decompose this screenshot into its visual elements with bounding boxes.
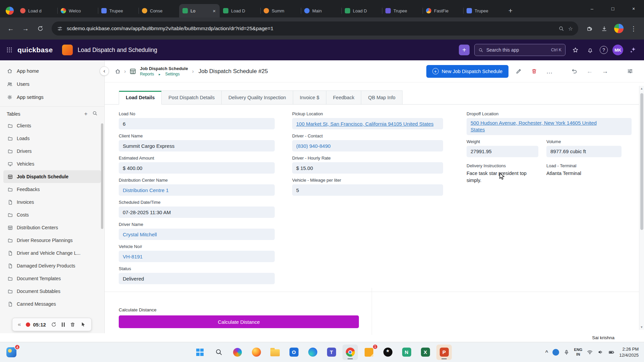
browser-tab[interactable]: FastFie [423, 4, 463, 17]
copilot-button[interactable] [230, 345, 245, 360]
chrome-button[interactable] [342, 345, 358, 360]
minimize-button[interactable]: – [582, 0, 602, 17]
page-scrollbar[interactable]: ▲ ▼ [639, 86, 644, 330]
taskbar-clock[interactable]: 2:26 PM12/4/2025 [619, 346, 639, 358]
chatgpt-button[interactable]: * [380, 345, 395, 360]
add-table-icon[interactable]: + [84, 111, 88, 117]
cursor-capture-icon[interactable] [80, 322, 86, 327]
browser-tab[interactable]: Load d [17, 4, 57, 17]
browser-menu-icon[interactable]: ⋮ [627, 22, 640, 35]
profile-pinned-tab[interactable] [3, 4, 17, 17]
address-bar[interactable]: scdemo.quickbase.com/nav/app/bu8bmmy2v/t… [52, 21, 578, 36]
start-button[interactable] [192, 345, 208, 360]
tab-invoice[interactable]: Invoice $ [293, 90, 326, 104]
browser-tab[interactable]: Trupee [463, 4, 504, 17]
more-actions-icon[interactable]: … [544, 66, 555, 77]
user-avatar[interactable]: MK [612, 45, 623, 55]
tab-delivery-quality-inspection[interactable]: Delivery Quality Inspection [222, 90, 293, 104]
help-icon[interactable]: ? [600, 46, 608, 54]
sidebar-item-users[interactable]: Users [0, 77, 104, 90]
battery-icon[interactable] [608, 349, 615, 356]
pause-recording-icon[interactable] [62, 322, 65, 327]
notepad-button[interactable]: N [399, 345, 414, 360]
calculate-distance-button[interactable]: Calculate Distance [119, 315, 359, 328]
tab-load-details[interactable]: Load Details [119, 90, 162, 105]
sidebar-table-loads[interactable]: Loads [3, 132, 101, 145]
language-indicator[interactable]: ENGIN [574, 348, 582, 357]
sidebar-table-driver-resource-plannings[interactable]: Driver Resource Plannings [3, 234, 101, 247]
sidebar-table-document-subtables[interactable]: Document Subtables [3, 285, 101, 298]
sidebar-table-distribution-centers[interactable]: Distribution Centers [3, 221, 101, 234]
sidebar-table-job-dispatch-schedule[interactable]: Job Dispatch Schedule [3, 170, 101, 183]
powerpoint-button[interactable]: P [436, 345, 452, 360]
new-record-button[interactable]: + New Job Dispatch Schedule [426, 65, 508, 78]
delete-record-icon[interactable] [529, 66, 539, 77]
sidebar-table-canned-messages[interactable]: Canned Messages [3, 298, 101, 310]
field-value-link[interactable]: Crystal Mitchell [119, 229, 275, 240]
delete-recording-icon[interactable] [70, 322, 75, 327]
tab-post-dispatch-details[interactable]: Post Dispatch Details [162, 90, 222, 104]
settings-link[interactable]: Settings [165, 72, 179, 76]
url-text[interactable]: scdemo.quickbase.com/nav/app/bu8bmmy2v/t… [67, 25, 554, 32]
browser-tab-active[interactable]: Lo× [179, 4, 220, 17]
bookmark-star-icon[interactable]: ☆ [568, 25, 573, 32]
file-explorer-button[interactable] [267, 345, 283, 360]
scroll-down-icon[interactable]: ▼ [639, 325, 644, 329]
browser-tab[interactable]: Summ [260, 4, 301, 17]
ai-sparkle-icon[interactable] [628, 45, 638, 55]
extensions-icon[interactable] [583, 22, 596, 35]
scroll-up-icon[interactable]: ▲ [639, 87, 644, 90]
app-name[interactable]: Load Dispatch and Scheduling [77, 47, 157, 54]
breadcrumb-home-icon[interactable] [115, 68, 121, 74]
previous-record-icon[interactable]: ← [584, 66, 595, 77]
widgets-button[interactable]: 4 [4, 345, 19, 360]
browser-tab[interactable]: Main [301, 4, 341, 17]
firefox-button[interactable] [249, 345, 264, 360]
volume-icon[interactable] [597, 349, 604, 355]
sidebar-table-drivers[interactable]: Drivers [3, 145, 101, 158]
sidebar-table-document-templates[interactable]: Document Templates [3, 272, 101, 285]
new-tab-button[interactable]: + [505, 5, 516, 16]
undo-icon[interactable] [569, 66, 580, 77]
sidebar-table-damaged-delivery-products[interactable]: Damaged Delivery Products [3, 259, 101, 272]
sidebar-table-feedbacks[interactable]: Feedbacks [3, 183, 101, 196]
recorder-collapse-icon[interactable]: « [18, 321, 21, 328]
app-search-input[interactable]: Search this app Ctrl K [474, 44, 566, 56]
tab-qb-map-info[interactable]: QB Map Info [361, 90, 402, 104]
sidebar-collapse-button[interactable]: ‹ [100, 66, 109, 76]
browser-tab[interactable]: Load D [341, 4, 382, 17]
field-value-link[interactable]: (830) 940-8490 [292, 140, 443, 152]
breadcrumb-table-name[interactable]: Job Dispatch Schedule [140, 66, 188, 71]
apps-grid-icon[interactable] [6, 47, 13, 53]
close-window-button[interactable]: × [623, 0, 644, 17]
maximize-button[interactable]: □ [602, 0, 623, 17]
taskbar-search-button[interactable] [211, 345, 226, 360]
teams-button[interactable]: T [324, 345, 339, 360]
tab-close-icon[interactable]: × [212, 8, 216, 14]
reports-link[interactable]: Reports [140, 72, 154, 76]
back-button[interactable]: ← [4, 22, 17, 35]
reload-button[interactable] [34, 22, 47, 35]
tab-feedback[interactable]: Feedback [326, 90, 362, 104]
browser-tab[interactable]: Load D [220, 4, 260, 17]
wifi-icon[interactable] [587, 349, 593, 355]
browser-profile-avatar[interactable] [612, 22, 625, 35]
field-value-link[interactable]: VH-8191 [119, 251, 275, 262]
search-tables-icon[interactable] [92, 111, 98, 116]
sidebar-table-driver-vehicle-change-log[interactable]: Driver and Vehicle Change L... [3, 247, 101, 259]
lens-search-icon[interactable] [558, 26, 564, 32]
sidebar-table-vehicles[interactable]: Vehicles [3, 158, 101, 170]
tray-app-icon[interactable] [552, 349, 559, 356]
browser-tab[interactable]: Trupee [382, 4, 423, 17]
next-record-icon[interactable]: → [600, 66, 610, 77]
excel-button[interactable]: X [418, 345, 433, 360]
app-icon[interactable] [62, 45, 73, 55]
outlook-button[interactable]: O [286, 345, 302, 360]
edit-record-icon[interactable] [513, 66, 524, 77]
scrollbar-thumb[interactable] [640, 93, 643, 230]
forward-button[interactable]: → [19, 22, 32, 35]
favorites-star-icon[interactable] [570, 45, 580, 55]
field-value-link[interactable]: Distribution Centre 1 [119, 184, 275, 196]
field-value-link[interactable]: 100 Market St, San Francisco, California… [292, 118, 443, 129]
record-dot-icon[interactable] [26, 322, 30, 327]
